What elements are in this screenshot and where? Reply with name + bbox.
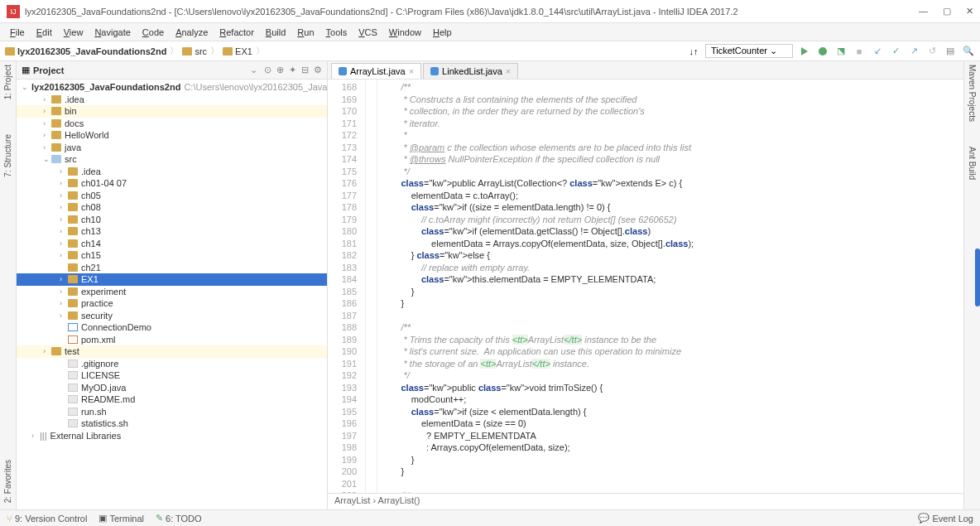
event-log[interactable]: 💬Event Log xyxy=(918,513,973,524)
tree-item-ch15[interactable]: ›ch15 xyxy=(17,249,327,262)
tree-item--idea[interactable]: ›.idea xyxy=(17,94,327,106)
app-icon: IJ xyxy=(7,5,20,18)
editor-breadcrumb[interactable]: ArrayList › ArrayList() xyxy=(328,493,963,509)
menu-run[interactable]: Run xyxy=(292,26,319,39)
hide-icon[interactable]: ⊟ xyxy=(301,65,309,75)
vcs-commit-icon[interactable]: ✓ xyxy=(889,45,902,58)
menu-build[interactable]: Build xyxy=(261,26,291,39)
menu-analyze[interactable]: Analyze xyxy=(171,26,213,39)
java-file-icon xyxy=(430,67,439,75)
debug-button[interactable] xyxy=(816,45,829,58)
tree-item-myod-java[interactable]: MyOD.java xyxy=(17,382,327,394)
tool-project[interactable]: 1: Project xyxy=(3,65,12,99)
editor-tab-arraylist-java[interactable]: ArrayList.java× xyxy=(331,63,421,79)
tree-item-ch01-04-07[interactable]: ›ch01-04 07 xyxy=(17,177,327,190)
project-tool-icon: ▦ xyxy=(22,65,30,75)
tree-item-test[interactable]: ›test xyxy=(17,345,327,358)
breadcrumb-ex1[interactable]: EX1 xyxy=(223,46,252,56)
menu-vcs[interactable]: VCS xyxy=(353,26,382,39)
menu-file[interactable]: File xyxy=(5,26,30,39)
window-minimize[interactable]: — xyxy=(919,6,928,17)
menu-help[interactable]: Help xyxy=(428,26,457,39)
menu-code[interactable]: Code xyxy=(137,26,169,39)
project-tool-title: Project xyxy=(33,65,250,75)
tree-item--gitignore[interactable]: .gitignore xyxy=(17,358,327,370)
menu-refactor[interactable]: Refactor xyxy=(214,26,259,39)
coverage-button[interactable]: ⬔ xyxy=(834,45,848,58)
vcs-push-icon[interactable]: ↗ xyxy=(907,45,920,58)
tree-item--idea[interactable]: ›.idea xyxy=(17,166,327,178)
tree-item-bin[interactable]: ›bin xyxy=(17,105,327,118)
tree-root[interactable]: ⌄ lyx20162305_JavaFoundations2nd C:\User… xyxy=(17,81,327,94)
scrollbar-thumb[interactable] xyxy=(975,249,980,306)
tool-favorites[interactable]: 2: Favorites xyxy=(3,460,12,503)
tree-item-security[interactable]: ›security xyxy=(17,310,327,322)
breadcrumb-src[interactable]: src xyxy=(182,46,207,56)
tool-maven[interactable]: Maven Projects xyxy=(968,65,977,122)
tool-todo[interactable]: ✎6: TODO xyxy=(156,513,202,524)
editor-tab-linkedlist-java[interactable]: LinkedList.java× xyxy=(423,63,518,79)
tree-item-practice[interactable]: ›practice xyxy=(17,297,327,310)
history-icon[interactable]: ↺ xyxy=(925,45,939,58)
search-icon[interactable]: 🔍 xyxy=(962,45,975,58)
tree-item-ch21[interactable]: ch21 xyxy=(17,262,327,274)
tree-item-ch14[interactable]: ›ch14 xyxy=(17,238,327,250)
tree-item-ch13[interactable]: ›ch13 xyxy=(17,225,327,238)
tree-item-statistics-sh[interactable]: statistics.sh xyxy=(17,417,327,430)
tree-item-external-libraries[interactable]: ›|||External Libraries xyxy=(17,430,327,442)
tool-version-control[interactable]: ⑂9: Version Control xyxy=(7,514,87,524)
tree-item-ch10[interactable]: ›ch10 xyxy=(17,214,327,226)
gear-icon[interactable]: ⚙ xyxy=(314,65,322,75)
tree-item-ch08[interactable]: ›ch08 xyxy=(17,201,327,214)
vcs-pull-icon[interactable]: ↙ xyxy=(871,45,884,58)
menu-navigate[interactable]: Navigate xyxy=(89,26,135,39)
menu-window[interactable]: Window xyxy=(384,26,426,39)
tree-item-java[interactable]: ›java xyxy=(17,142,327,154)
close-tab-icon[interactable]: × xyxy=(506,66,511,76)
tree-item-ch05[interactable]: ›ch05 xyxy=(17,190,327,202)
java-file-icon xyxy=(339,67,347,75)
tool-structure[interactable]: 7: Structure xyxy=(3,134,12,177)
tree-item-helloworld[interactable]: ›HelloWorld xyxy=(17,129,327,142)
run-config-select[interactable]: TicketCounter ⌄ xyxy=(705,44,793,58)
stop-button[interactable]: ■ xyxy=(853,45,866,58)
window-close[interactable]: ✕ xyxy=(966,6,973,17)
tree-item-src[interactable]: ⌄src xyxy=(17,153,327,166)
tool-terminal[interactable]: ▣Terminal xyxy=(98,513,144,524)
window-title: lyx20162305_JavaFoundations2nd - [C:\Use… xyxy=(25,7,919,17)
update-icon[interactable]: ↓↑ xyxy=(687,45,700,58)
settings-icon[interactable]: ✦ xyxy=(289,65,296,75)
tree-item-run-sh[interactable]: run.sh xyxy=(17,406,327,418)
breadcrumb-root[interactable]: lyx20162305_JavaFoundations2nd xyxy=(5,46,166,56)
tree-item-readme-md[interactable]: README.md xyxy=(17,393,327,406)
menu-tools[interactable]: Tools xyxy=(321,26,353,39)
tree-item-docs[interactable]: ›docs xyxy=(17,118,327,130)
run-button[interactable] xyxy=(798,45,811,58)
close-tab-icon[interactable]: × xyxy=(409,66,414,76)
menu-edit[interactable]: Edit xyxy=(31,26,57,39)
window-maximize[interactable]: ▢ xyxy=(943,6,951,17)
collapse-icon[interactable]: ⊙ xyxy=(264,65,271,75)
tree-item-pom-xml[interactable]: pom.xml xyxy=(17,334,327,346)
locate-icon[interactable]: ⊕ xyxy=(276,65,284,75)
tree-item-license[interactable]: LICENSE xyxy=(17,369,327,382)
structure-icon[interactable]: ▤ xyxy=(944,45,957,58)
tree-item-ex1[interactable]: ›EX1 xyxy=(17,273,327,286)
tree-item-connectiondemo[interactable]: ConnectionDemo xyxy=(17,321,327,334)
tree-item-experiment[interactable]: ›experiment xyxy=(17,286,327,298)
menu-view[interactable]: View xyxy=(59,26,89,39)
tool-ant[interactable]: Ant Build xyxy=(968,147,977,180)
